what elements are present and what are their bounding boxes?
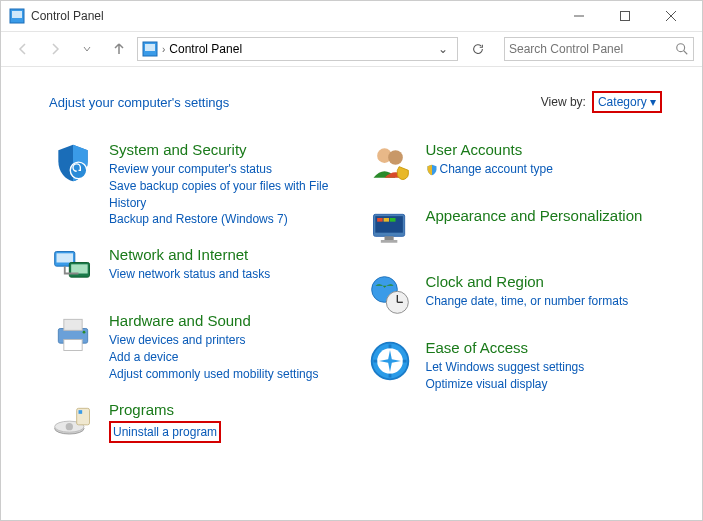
svg-line-9 (684, 51, 688, 55)
back-button[interactable] (9, 35, 37, 63)
category-link[interactable]: Save backup copies of your files with Fi… (109, 178, 346, 212)
category-link[interactable]: Optimize visual display (426, 376, 663, 393)
forward-button[interactable] (41, 35, 69, 63)
view-by-label: View by: (541, 95, 586, 109)
category-title[interactable]: Programs (109, 401, 346, 419)
category-link[interactable]: View devices and printers (109, 332, 346, 349)
svg-rect-23 (79, 410, 83, 414)
network-icon (49, 246, 97, 294)
category-appearance: Appearance and Personalization (366, 207, 663, 255)
category-link[interactable]: Change account type (426, 161, 663, 178)
control-panel-icon (9, 8, 25, 24)
category-link[interactable]: Add a device (109, 349, 346, 366)
category-system-security: System and Security Review your computer… (49, 141, 346, 228)
title-bar: Control Panel (1, 1, 702, 31)
left-column: System and Security Review your computer… (49, 141, 346, 467)
shield-small-icon (426, 164, 438, 176)
svg-rect-7 (145, 44, 155, 51)
recent-dropdown[interactable] (73, 35, 101, 63)
users-icon (366, 141, 414, 189)
svg-rect-28 (377, 218, 383, 222)
programs-icon (49, 401, 97, 449)
breadcrumb[interactable]: Control Panel (169, 42, 242, 56)
monitor-icon (366, 207, 414, 255)
category-network-internet: Network and Internet View network status… (49, 246, 346, 294)
view-by-dropdown[interactable]: Category ▾ (592, 91, 662, 113)
svg-rect-31 (384, 236, 393, 240)
address-dropdown[interactable]: ⌄ (433, 42, 453, 56)
category-hardware-sound: Hardware and Sound View devices and prin… (49, 312, 346, 382)
category-link[interactable]: Adjust commonly used mobility settings (109, 366, 346, 383)
address-bar[interactable]: › Control Panel ⌄ (137, 37, 458, 61)
svg-rect-29 (383, 218, 389, 222)
category-title[interactable]: System and Security (109, 141, 346, 159)
svg-rect-17 (64, 340, 82, 351)
minimize-button[interactable] (556, 1, 602, 31)
search-icon[interactable] (675, 42, 689, 56)
view-by-control: View by: Category ▾ (541, 91, 662, 113)
category-title[interactable]: Clock and Region (426, 273, 663, 291)
category-ease-of-access: Ease of Access Let Windows suggest setti… (366, 339, 663, 393)
refresh-button[interactable] (464, 37, 492, 61)
svg-point-21 (66, 423, 73, 430)
svg-rect-32 (380, 240, 397, 243)
svg-point-18 (83, 331, 86, 334)
uninstall-program-link[interactable]: Uninstall a program (109, 421, 221, 444)
svg-rect-3 (621, 12, 630, 21)
ease-of-access-icon (366, 339, 414, 387)
chevron-right-icon[interactable]: › (162, 44, 165, 55)
svg-rect-30 (390, 218, 396, 222)
navigation-bar: › Control Panel ⌄ (1, 31, 702, 67)
category-title[interactable]: Appearance and Personalization (426, 207, 663, 225)
svg-rect-12 (57, 254, 74, 263)
search-input[interactable] (509, 42, 675, 56)
svg-point-25 (388, 150, 403, 165)
category-title[interactable]: Ease of Access (426, 339, 663, 357)
svg-rect-1 (12, 11, 22, 18)
up-button[interactable] (105, 35, 133, 63)
page-title: Adjust your computer's settings (49, 95, 229, 110)
chevron-down-icon: ▾ (650, 95, 656, 109)
control-panel-icon (142, 41, 158, 57)
close-button[interactable] (648, 1, 694, 31)
search-box[interactable] (504, 37, 694, 61)
category-link[interactable]: Backup and Restore (Windows 7) (109, 211, 346, 228)
category-link[interactable]: View network status and tasks (109, 266, 346, 283)
category-programs: Programs Uninstall a program (49, 401, 346, 449)
svg-rect-16 (64, 320, 82, 331)
shield-icon (49, 141, 97, 189)
category-title[interactable]: Hardware and Sound (109, 312, 346, 330)
category-link[interactable]: Change date, time, or number formats (426, 293, 663, 310)
content-area: Adjust your computer's settings View by:… (1, 67, 702, 491)
svg-point-8 (677, 44, 685, 52)
window-title: Control Panel (31, 9, 104, 23)
category-user-accounts: User Accounts Change account type (366, 141, 663, 189)
maximize-button[interactable] (602, 1, 648, 31)
category-title[interactable]: Network and Internet (109, 246, 346, 264)
category-link[interactable]: Let Windows suggest settings (426, 359, 663, 376)
svg-rect-14 (71, 265, 88, 274)
category-clock-region: Clock and Region Change date, time, or n… (366, 273, 663, 321)
category-link[interactable]: Review your computer's status (109, 161, 346, 178)
clock-globe-icon (366, 273, 414, 321)
printer-icon (49, 312, 97, 360)
right-column: User Accounts Change account type Appear… (366, 141, 663, 467)
category-title[interactable]: User Accounts (426, 141, 663, 159)
